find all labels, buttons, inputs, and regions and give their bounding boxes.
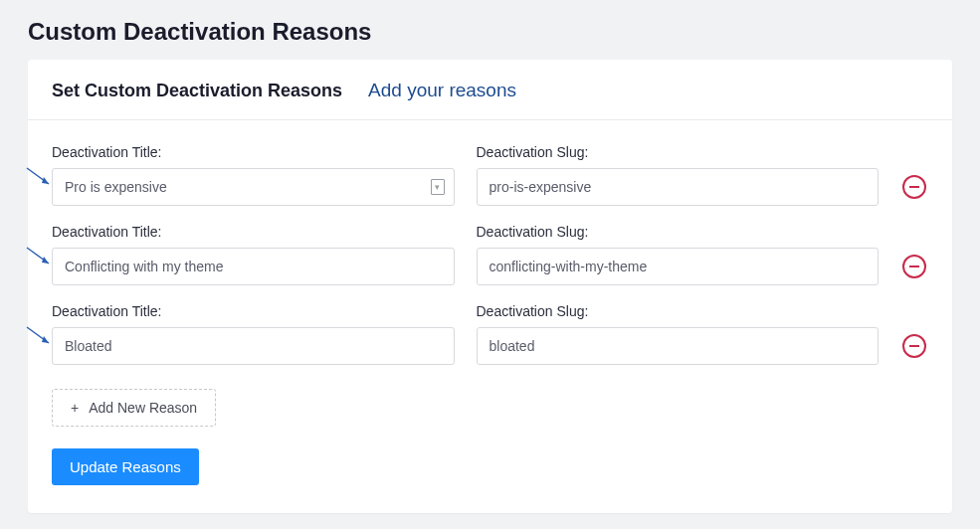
title-label: Deactivation Title: xyxy=(52,224,455,240)
title-field: Deactivation Title: xyxy=(52,303,455,365)
arrow-annotation-icon xyxy=(25,246,55,269)
title-field: Deactivation Title: xyxy=(52,224,455,285)
svg-marker-1 xyxy=(42,177,49,184)
page-title: Custom Deactivation Reasons xyxy=(0,0,980,60)
slug-label: Deactivation Slug: xyxy=(477,144,880,160)
panel-body: Deactivation Title: ▾ Deactivation Slug: xyxy=(28,120,952,513)
minus-circle-icon xyxy=(901,333,927,359)
remove-reason-button[interactable] xyxy=(900,173,928,201)
slug-field: Deactivation Slug: xyxy=(477,303,880,365)
title-label: Deactivation Title: xyxy=(52,144,455,160)
arrow-annotation-icon xyxy=(25,166,55,190)
deactivation-slug-input[interactable] xyxy=(477,248,880,285)
update-reasons-button[interactable]: Update Reasons xyxy=(52,448,199,485)
deactivation-slug-input[interactable] xyxy=(477,327,880,365)
panel-header: Set Custom Deactivation Reasons Add your… xyxy=(28,60,952,120)
plus-icon: + xyxy=(71,400,79,416)
minus-circle-icon xyxy=(901,254,927,279)
remove-reason-button[interactable] xyxy=(900,332,928,360)
deactivation-slug-input[interactable] xyxy=(477,168,880,206)
title-label: Deactivation Title: xyxy=(52,303,455,319)
slug-field: Deactivation Slug: xyxy=(477,224,880,285)
slug-field: Deactivation Slug: xyxy=(477,144,880,206)
minus-circle-icon xyxy=(901,174,927,200)
reason-row: Deactivation Title: Deactivation Slug: xyxy=(52,224,928,285)
arrow-annotation-icon xyxy=(25,325,55,349)
deactivation-title-input[interactable] xyxy=(52,248,455,285)
add-reasons-link[interactable]: Add your reasons xyxy=(368,80,516,101)
svg-line-8 xyxy=(27,327,49,343)
deactivation-title-input[interactable] xyxy=(52,168,455,206)
add-new-reason-button[interactable]: + Add New Reason xyxy=(52,389,216,427)
svg-marker-9 xyxy=(42,336,49,343)
title-field: Deactivation Title: ▾ xyxy=(52,144,455,206)
reason-row: Deactivation Title: ▾ Deactivation Slug: xyxy=(52,144,928,206)
deactivation-title-input[interactable] xyxy=(52,327,455,365)
add-new-reason-label: Add New Reason xyxy=(89,400,197,416)
panel-header-title: Set Custom Deactivation Reasons xyxy=(52,81,342,101)
svg-line-0 xyxy=(27,168,49,184)
slug-label: Deactivation Slug: xyxy=(477,303,880,319)
slug-label: Deactivation Slug: xyxy=(477,224,880,240)
svg-line-4 xyxy=(27,248,49,264)
settings-panel: Set Custom Deactivation Reasons Add your… xyxy=(28,60,952,513)
reason-row: Deactivation Title: Deactivation Slug: xyxy=(52,303,928,365)
svg-marker-5 xyxy=(42,257,49,264)
remove-reason-button[interactable] xyxy=(900,253,928,280)
